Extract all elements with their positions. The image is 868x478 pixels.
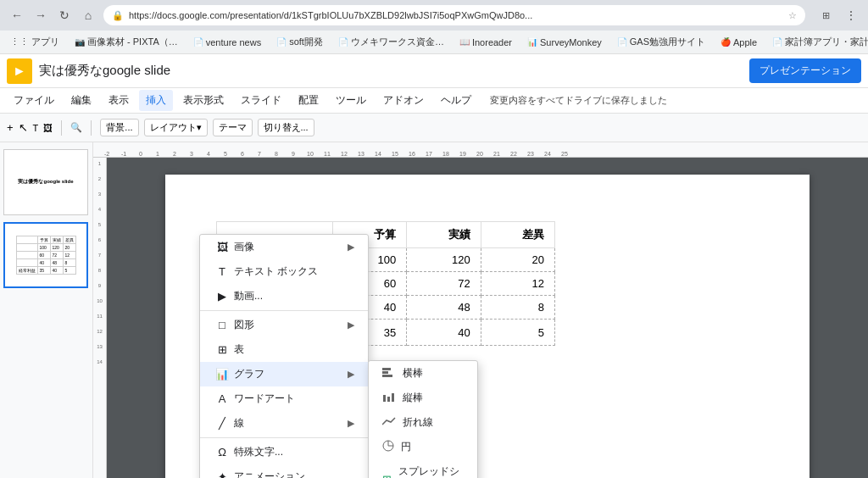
toolbar-cursor-btn[interactable]: ↖	[19, 121, 28, 134]
insert-table[interactable]: ⊞ 表	[200, 337, 368, 362]
bookmark-inoreader[interactable]: 📖 Inoreader	[456, 36, 515, 49]
arrow-icon: ▶	[348, 418, 354, 429]
insert-wordart-label: ワードアート	[234, 392, 295, 406]
star-icon[interactable]: ☆	[788, 10, 797, 21]
menu-edit[interactable]: 編集	[64, 90, 98, 111]
apple-icon: 🍎	[721, 37, 731, 47]
bookmark-apps[interactable]: ⋮⋮ アプリ	[7, 34, 63, 50]
slide-1-text: 実は優秀なgoogle slide	[14, 175, 76, 189]
menu-button[interactable]: ⋮	[841, 5, 861, 25]
ruler-mark: -1	[115, 151, 132, 157]
umeki-icon: 📄	[338, 37, 348, 47]
table-header-jisseki: 実績	[407, 222, 481, 248]
insert-menu[interactable]: 🖼 画像 ▶ T テキスト ボックス ▶ 動画... □ 図形 ▶ ⊞ 表	[199, 234, 369, 478]
table-cell-4-3: 5	[481, 320, 554, 346]
canvas-area[interactable]: -2 -1 0 1 2 3 4 5 6 7 8 9 10 11 12 13 14…	[93, 142, 868, 478]
extensions-button[interactable]: ⊞	[815, 5, 836, 25]
menu-help[interactable]: ヘルプ	[434, 90, 478, 111]
bookmark-gas[interactable]: 📄 GAS勉強用サイト	[614, 34, 709, 50]
toolbar-text-btn[interactable]: T	[33, 123, 39, 133]
forward-button[interactable]: →	[31, 5, 51, 25]
chart-submenu[interactable]: 横棒 縦棒 折れ線	[368, 360, 478, 478]
url-text: https://docs.google.com/presentation/d/1…	[129, 10, 532, 20]
bookmark-label: soft開発	[289, 36, 323, 48]
pixta-icon: 📷	[75, 37, 85, 47]
insert-image[interactable]: 🖼 画像 ▶	[200, 235, 368, 259]
ruler-mark: 4	[200, 151, 217, 157]
back-button[interactable]: ←	[7, 5, 27, 25]
chart-line[interactable]: 折れ線	[369, 410, 477, 435]
special-char-icon: Ω	[214, 446, 231, 459]
menu-format[interactable]: 表示形式	[176, 90, 231, 111]
menu-sep-1	[200, 310, 368, 311]
reload-button[interactable]: ↻	[54, 5, 75, 25]
gas-icon: 📄	[617, 37, 627, 47]
insert-wordart[interactable]: A ワードアート	[200, 386, 368, 411]
present-button[interactable]: プレゼンテーション	[749, 58, 861, 83]
chart-icon: 📊	[214, 368, 231, 381]
ruler-mark: 13	[353, 151, 370, 157]
table-cell-1-3: 20	[481, 248, 554, 272]
ruler-mark: 19	[454, 151, 471, 157]
menu-insert[interactable]: 挿入	[139, 90, 173, 111]
docs-title-actions: プレゼンテーション	[749, 58, 861, 83]
bookmark-pixta[interactable]: 📷 画像素材 - PIXTA（…	[71, 34, 181, 50]
insert-textbox[interactable]: T テキスト ボックス	[200, 259, 368, 284]
bookmark-venture[interactable]: 📄 venture news	[190, 36, 264, 49]
background-dropdown[interactable]: 背景...	[100, 119, 138, 136]
bookmark-umeki[interactable]: 📄 ウメキワークス資金…	[335, 34, 448, 50]
docs-title-bar: ► 実は優秀なgoogle slide プレゼンテーション	[0, 54, 868, 88]
insert-shape[interactable]: □ 図形 ▶	[200, 313, 368, 337]
svg-rect-2	[382, 375, 392, 377]
menu-arrange[interactable]: 配置	[292, 90, 326, 111]
bar-h-icon	[382, 367, 396, 380]
docs-logo: ►	[7, 58, 32, 84]
menu-tools[interactable]: ツール	[329, 90, 373, 111]
bookmark-kakeibo[interactable]: 📄 家計簿アプリ・家計…	[769, 34, 868, 50]
toolbar-image-btn[interactable]: 🖼	[43, 123, 53, 133]
slide-toolbar: + ↖ T 🖼 🔍 背景... レイアウト▾ テーマ 切り替え...	[0, 114, 868, 142]
slide-1-container: 1 実は優秀なgoogle slide	[3, 149, 89, 215]
address-bar[interactable]: 🔒 https://docs.google.com/presentation/d…	[103, 5, 805, 25]
svg-rect-4	[387, 397, 390, 402]
insert-line[interactable]: ╱ 線 ▶	[200, 411, 368, 436]
chart-from-sheet[interactable]: ⊞ スプレッドシートから…	[369, 459, 477, 478]
apps-icon: ⋮⋮	[10, 36, 29, 47]
menu-slide[interactable]: スライド	[234, 90, 288, 111]
theme-dropdown[interactable]: テーマ	[213, 119, 253, 136]
insert-animation-label: アニメーション	[234, 470, 305, 478]
wordart-icon: A	[214, 392, 231, 405]
chart-bar-v[interactable]: 縦棒	[369, 386, 477, 410]
transition-dropdown[interactable]: 切り替え...	[258, 119, 314, 136]
menu-file[interactable]: ファイル	[7, 90, 61, 111]
chart-bar-h[interactable]: 横棒	[369, 361, 477, 386]
ruler-mark: 8	[268, 151, 285, 157]
ruler-mark: 20	[471, 151, 488, 157]
menu-addons[interactable]: アドオン	[376, 90, 431, 111]
chart-pie[interactable]: 円	[369, 435, 477, 459]
toolbar-sep1	[61, 120, 62, 136]
table-cell-2-2: 72	[407, 272, 481, 296]
toolbar-add-btn[interactable]: +	[7, 121, 14, 134]
bookmark-label: 画像素材 - PIXTA（…	[87, 36, 178, 48]
ruler-mark: -2	[98, 151, 115, 157]
bookmark-surveymonkey[interactable]: 📊 SurveyMonkey	[524, 36, 605, 49]
insert-shape-label: 図形	[234, 318, 254, 332]
bookmark-soft[interactable]: 📄 soft開発	[273, 34, 326, 50]
insert-chart[interactable]: 📊 グラフ ▶ 横棒 縦棒	[200, 362, 368, 386]
menu-view[interactable]: 表示	[102, 90, 136, 111]
insert-video-label: 動画...	[234, 289, 263, 303]
insert-special-char[interactable]: Ω 特殊文字...	[200, 440, 368, 464]
toolbar-zoom-btn[interactable]: 🔍	[70, 122, 82, 133]
slide-1-thumb[interactable]: 実は優秀なgoogle slide	[3, 149, 88, 215]
chart-bar-h-label: 横棒	[403, 366, 423, 381]
insert-video[interactable]: ▶ 動画...	[200, 284, 368, 308]
insert-animation[interactable]: ✦ アニメーション	[200, 464, 368, 478]
slide-2-thumb[interactable]: 予算実績差異 10012020 607212 40488 経常利益35405	[3, 222, 88, 288]
bookmark-apple[interactable]: 🍎 Apple	[717, 36, 760, 49]
home-button[interactable]: ⌂	[78, 5, 98, 25]
ruler-mark: 6	[234, 151, 251, 157]
layout-dropdown[interactable]: レイアウト▾	[144, 119, 208, 136]
chart-bar-v-label: 縦棒	[403, 391, 423, 405]
ruler-mark: 3	[183, 151, 200, 157]
